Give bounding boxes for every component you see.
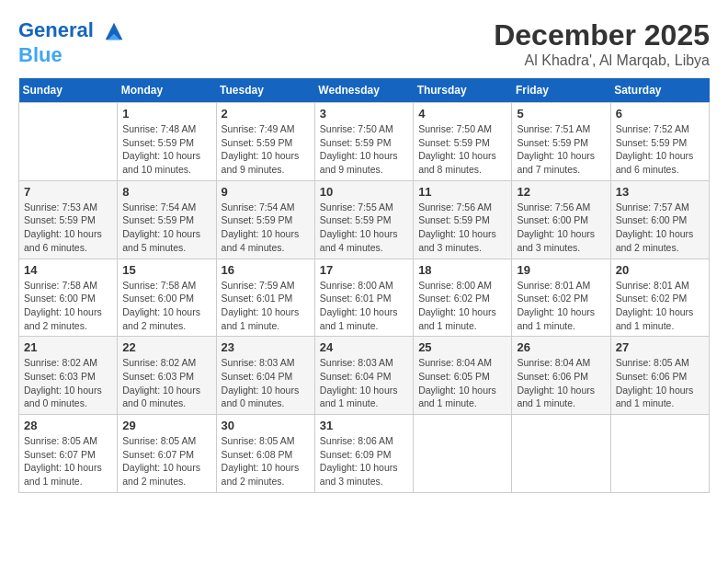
day-number: 26 — [517, 340, 605, 354]
day-info: Sunrise: 8:00 AM Sunset: 6:01 PM Dayligh… — [320, 279, 408, 333]
calendar-cell: 9Sunrise: 7:54 AM Sunset: 5:59 PM Daylig… — [216, 180, 314, 259]
calendar-cell: 3Sunrise: 7:50 AM Sunset: 5:59 PM Daylig… — [314, 103, 413, 181]
day-info: Sunrise: 8:00 AM Sunset: 6:02 PM Dayligh… — [418, 279, 506, 333]
day-info: Sunrise: 8:03 AM Sunset: 6:04 PM Dayligh… — [222, 356, 310, 410]
day-info: Sunrise: 7:48 AM Sunset: 5:59 PM Dayligh… — [122, 122, 210, 177]
day-info: Sunrise: 7:51 AM Sunset: 5:59 PM Dayligh… — [517, 122, 605, 177]
calendar-cell: 11Sunrise: 7:56 AM Sunset: 5:59 PM Dayli… — [414, 180, 512, 259]
day-number: 30 — [222, 419, 310, 432]
day-number: 15 — [122, 263, 210, 277]
day-info: Sunrise: 7:58 AM Sunset: 6:00 PM Dayligh… — [24, 279, 112, 333]
calendar-cell: 16Sunrise: 7:59 AM Sunset: 6:01 PM Dayli… — [216, 259, 314, 337]
logo-icon — [101, 18, 127, 44]
day-number: 23 — [222, 340, 310, 354]
day-info: Sunrise: 7:56 AM Sunset: 5:59 PM Dayligh… — [418, 201, 506, 255]
day-info: Sunrise: 7:58 AM Sunset: 6:00 PM Dayligh… — [122, 279, 210, 333]
day-info: Sunrise: 8:04 AM Sunset: 6:06 PM Dayligh… — [517, 356, 605, 410]
day-info: Sunrise: 7:54 AM Sunset: 5:59 PM Dayligh… — [122, 201, 210, 255]
day-info: Sunrise: 7:55 AM Sunset: 5:59 PM Dayligh… — [320, 201, 408, 255]
calendar-cell: 20Sunrise: 8:01 AM Sunset: 6:02 PM Dayli… — [610, 259, 709, 337]
calendar-cell: 7Sunrise: 7:53 AM Sunset: 5:59 PM Daylig… — [19, 180, 118, 259]
day-number: 28 — [24, 419, 112, 432]
day-info: Sunrise: 8:06 AM Sunset: 6:09 PM Dayligh… — [320, 434, 408, 488]
calendar-table: SundayMondayTuesdayWednesdayThursdayFrid… — [18, 78, 710, 493]
calendar-cell: 10Sunrise: 7:55 AM Sunset: 5:59 PM Dayli… — [314, 180, 413, 259]
month-title: December 2025 — [494, 18, 710, 52]
title-block: December 2025 Al Khadra', Al Marqab, Lib… — [494, 18, 710, 69]
calendar-cell: 8Sunrise: 7:54 AM Sunset: 5:59 PM Daylig… — [118, 180, 216, 259]
calendar-cell: 14Sunrise: 7:58 AM Sunset: 6:00 PM Dayli… — [19, 259, 118, 337]
day-number: 8 — [122, 185, 210, 199]
week-row-1: 1Sunrise: 7:48 AM Sunset: 5:59 PM Daylig… — [19, 103, 710, 181]
day-number: 25 — [418, 340, 506, 354]
calendar-cell: 28Sunrise: 8:05 AM Sunset: 6:07 PM Dayli… — [19, 415, 118, 493]
day-number: 20 — [616, 263, 704, 277]
calendar-cell: 24Sunrise: 8:03 AM Sunset: 6:04 PM Dayli… — [314, 337, 413, 415]
week-row-2: 7Sunrise: 7:53 AM Sunset: 5:59 PM Daylig… — [19, 180, 710, 259]
header-friday: Friday — [512, 78, 610, 103]
calendar-cell: 4Sunrise: 7:50 AM Sunset: 5:59 PM Daylig… — [414, 103, 512, 181]
week-row-5: 28Sunrise: 8:05 AM Sunset: 6:07 PM Dayli… — [19, 415, 710, 493]
calendar-cell: 23Sunrise: 8:03 AM Sunset: 6:04 PM Dayli… — [216, 337, 314, 415]
day-info: Sunrise: 8:02 AM Sunset: 6:03 PM Dayligh… — [24, 356, 112, 410]
calendar-cell: 5Sunrise: 7:51 AM Sunset: 5:59 PM Daylig… — [512, 103, 610, 181]
day-info: Sunrise: 7:57 AM Sunset: 6:00 PM Dayligh… — [616, 201, 704, 255]
calendar-cell: 26Sunrise: 8:04 AM Sunset: 6:06 PM Dayli… — [512, 337, 610, 415]
header-sunday: Sunday — [19, 78, 118, 103]
calendar-cell: 1Sunrise: 7:48 AM Sunset: 5:59 PM Daylig… — [118, 103, 216, 181]
day-info: Sunrise: 8:02 AM Sunset: 6:03 PM Dayligh… — [122, 356, 210, 410]
day-info: Sunrise: 7:56 AM Sunset: 6:00 PM Dayligh… — [517, 201, 605, 255]
day-info: Sunrise: 7:50 AM Sunset: 5:59 PM Dayligh… — [320, 122, 408, 177]
week-row-3: 14Sunrise: 7:58 AM Sunset: 6:00 PM Dayli… — [19, 259, 710, 337]
header-monday: Monday — [118, 78, 216, 103]
day-info: Sunrise: 8:05 AM Sunset: 6:08 PM Dayligh… — [222, 434, 310, 488]
calendar-header-row: SundayMondayTuesdayWednesdayThursdayFrid… — [19, 78, 710, 103]
calendar-cell — [19, 103, 118, 181]
header-tuesday: Tuesday — [216, 78, 314, 103]
day-info: Sunrise: 7:50 AM Sunset: 5:59 PM Dayligh… — [418, 122, 506, 177]
day-info: Sunrise: 7:54 AM Sunset: 5:59 PM Dayligh… — [222, 201, 310, 255]
calendar-cell: 6Sunrise: 7:52 AM Sunset: 5:59 PM Daylig… — [610, 103, 709, 181]
day-number: 29 — [122, 419, 210, 432]
logo: General Blue — [18, 18, 127, 66]
day-number: 22 — [122, 340, 210, 354]
day-info: Sunrise: 8:01 AM Sunset: 6:02 PM Dayligh… — [517, 279, 605, 333]
logo-text: General Blue — [18, 18, 127, 66]
day-info: Sunrise: 7:53 AM Sunset: 5:59 PM Dayligh… — [24, 201, 112, 255]
week-row-4: 21Sunrise: 8:02 AM Sunset: 6:03 PM Dayli… — [19, 337, 710, 415]
day-number: 12 — [517, 185, 605, 199]
day-info: Sunrise: 8:05 AM Sunset: 6:07 PM Dayligh… — [122, 434, 210, 488]
day-info: Sunrise: 8:03 AM Sunset: 6:04 PM Dayligh… — [320, 356, 408, 410]
day-info: Sunrise: 7:49 AM Sunset: 5:59 PM Dayligh… — [222, 122, 310, 177]
day-number: 4 — [418, 107, 506, 121]
calendar-cell — [414, 415, 512, 493]
day-number: 7 — [24, 185, 112, 199]
calendar-cell: 2Sunrise: 7:49 AM Sunset: 5:59 PM Daylig… — [216, 103, 314, 181]
day-number: 11 — [418, 185, 506, 199]
day-info: Sunrise: 7:59 AM Sunset: 6:01 PM Dayligh… — [222, 279, 310, 333]
calendar-cell: 13Sunrise: 7:57 AM Sunset: 6:00 PM Dayli… — [610, 180, 709, 259]
calendar-cell: 29Sunrise: 8:05 AM Sunset: 6:07 PM Dayli… — [118, 415, 216, 493]
calendar-cell: 19Sunrise: 8:01 AM Sunset: 6:02 PM Dayli… — [512, 259, 610, 337]
calendar-cell — [512, 415, 610, 493]
day-number: 13 — [616, 185, 704, 199]
calendar-cell: 12Sunrise: 7:56 AM Sunset: 6:00 PM Dayli… — [512, 180, 610, 259]
day-number: 5 — [517, 107, 605, 121]
day-number: 2 — [222, 107, 310, 121]
day-number: 3 — [320, 107, 408, 121]
day-number: 24 — [320, 340, 408, 354]
calendar-cell: 30Sunrise: 8:05 AM Sunset: 6:08 PM Dayli… — [216, 415, 314, 493]
calendar-cell: 25Sunrise: 8:04 AM Sunset: 6:05 PM Dayli… — [414, 337, 512, 415]
header-wednesday: Wednesday — [314, 78, 413, 103]
day-number: 14 — [24, 263, 112, 277]
day-info: Sunrise: 8:05 AM Sunset: 6:07 PM Dayligh… — [24, 434, 112, 488]
calendar-cell: 21Sunrise: 8:02 AM Sunset: 6:03 PM Dayli… — [19, 337, 118, 415]
day-number: 10 — [320, 185, 408, 199]
day-number: 18 — [418, 263, 506, 277]
day-info: Sunrise: 7:52 AM Sunset: 5:59 PM Dayligh… — [616, 122, 704, 177]
day-number: 31 — [320, 419, 408, 432]
day-number: 27 — [616, 340, 704, 354]
calendar-cell: 18Sunrise: 8:00 AM Sunset: 6:02 PM Dayli… — [414, 259, 512, 337]
calendar-cell: 15Sunrise: 7:58 AM Sunset: 6:00 PM Dayli… — [118, 259, 216, 337]
calendar-cell: 17Sunrise: 8:00 AM Sunset: 6:01 PM Dayli… — [314, 259, 413, 337]
